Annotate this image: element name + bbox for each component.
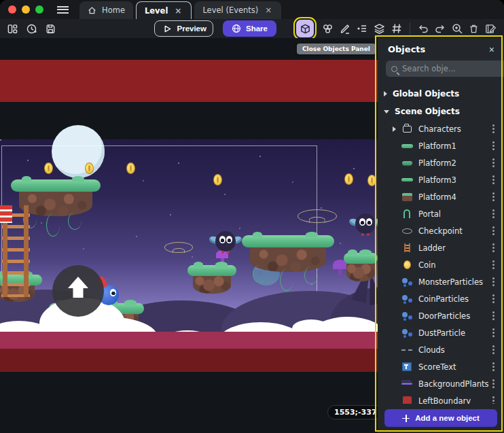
monster-instance[interactable] xyxy=(211,230,240,256)
tab-level[interactable]: Level × xyxy=(136,1,192,19)
platform-thumbnail-icon xyxy=(402,161,412,165)
minimize-window-button[interactable] xyxy=(22,5,30,14)
object-item-platform4[interactable]: Platform4 xyxy=(378,188,504,205)
preview-button-group: Preview xyxy=(154,20,213,37)
section-global-objects[interactable]: Global Objects xyxy=(378,85,504,103)
item-menu-icon[interactable] xyxy=(492,298,494,300)
toolbar-separator xyxy=(410,22,410,35)
platform-instance[interactable] xyxy=(187,265,236,294)
layers-icon[interactable] xyxy=(372,22,386,36)
item-menu-icon[interactable] xyxy=(492,281,494,283)
panel-title: Objects xyxy=(388,44,425,54)
item-menu-icon[interactable] xyxy=(492,264,494,266)
tab-label: Level xyxy=(145,6,168,16)
jump-button-overlay[interactable] xyxy=(52,265,104,317)
object-item-platform1[interactable]: Platform1 xyxy=(378,137,504,154)
panels-icon[interactable] xyxy=(6,22,19,35)
bottom-boundary-instance[interactable] xyxy=(0,332,378,349)
coin-instance[interactable] xyxy=(344,173,353,185)
home-icon xyxy=(88,6,96,15)
object-item-leftboundary[interactable]: LeftBoundary xyxy=(378,392,504,404)
object-item-checkpoint[interactable]: Checkpoint xyxy=(378,222,504,239)
tab-level-events[interactable]: Level (Events) × xyxy=(194,1,281,19)
item-menu-icon[interactable] xyxy=(492,247,494,249)
item-menu-icon[interactable] xyxy=(492,400,494,402)
object-item-backgroundplants[interactable]: BackgroundPlants xyxy=(378,375,504,392)
coin-instance[interactable] xyxy=(85,162,94,174)
caret-right-icon xyxy=(393,126,396,132)
item-menu-icon[interactable] xyxy=(492,383,494,385)
item-menu-icon[interactable] xyxy=(492,315,494,317)
add-new-object-button[interactable]: Add a new object xyxy=(384,409,497,427)
object-item-scoretext[interactable]: ScoreText xyxy=(378,358,504,375)
edit-scene-icon[interactable] xyxy=(484,22,498,36)
app-window: Home Level × Level (Events) × xyxy=(0,0,504,433)
objects-panel: Objects × Global Objects Scene Objects xyxy=(378,38,504,433)
caret-down-icon xyxy=(384,110,389,114)
close-window-button[interactable] xyxy=(8,5,16,14)
cursor-coordinates-badge: 1553;-337 xyxy=(327,405,378,419)
save-icon[interactable] xyxy=(44,22,57,35)
platform-thumbnail-icon xyxy=(401,144,413,148)
item-menu-icon[interactable] xyxy=(492,230,494,232)
scene-editor-canvas[interactable]: 1553;-337 Close Objects Panel xyxy=(0,38,378,433)
checkpoint-instance[interactable] xyxy=(298,209,337,223)
history-icon[interactable] xyxy=(25,22,38,35)
objects-cube-icon[interactable] xyxy=(296,20,314,37)
monster-instance[interactable] xyxy=(350,212,378,238)
instances-list-icon[interactable] xyxy=(355,22,369,35)
coin-instance[interactable] xyxy=(367,175,376,186)
object-item-doorparticles[interactable]: DoorParticles xyxy=(378,307,504,324)
tooltip: Close Objects Panel xyxy=(297,44,376,54)
item-menu-icon[interactable] xyxy=(492,128,494,130)
item-menu-icon[interactable] xyxy=(492,213,494,215)
bottom-ground-instance[interactable] xyxy=(0,349,378,372)
item-menu-icon[interactable] xyxy=(492,162,494,164)
coin-instance[interactable] xyxy=(126,162,135,174)
object-item-characters[interactable]: Characters xyxy=(378,120,504,137)
object-groups-icon[interactable] xyxy=(321,22,335,36)
tab-close-icon[interactable]: × xyxy=(264,5,273,15)
edit-pencil-icon[interactable] xyxy=(338,22,352,35)
preview-button[interactable]: Preview xyxy=(155,21,213,36)
tab-label: Level (Events) xyxy=(202,5,258,15)
search-box[interactable] xyxy=(386,60,504,77)
grid-icon[interactable] xyxy=(390,22,403,35)
object-item-monsterparticles[interactable]: MonsterParticles xyxy=(378,273,504,290)
share-button[interactable]: Share xyxy=(223,20,276,37)
platform-instance[interactable] xyxy=(242,235,334,272)
platform-instance[interactable] xyxy=(344,253,378,281)
toolbar: Preview Share xyxy=(0,19,504,38)
object-item-coin[interactable]: Coin xyxy=(378,256,504,273)
striped-pole[interactable] xyxy=(0,205,12,223)
item-menu-icon[interactable] xyxy=(492,179,494,181)
object-item-portal[interactable]: Portal xyxy=(378,205,504,222)
maximize-window-button[interactable] xyxy=(35,5,43,14)
object-item-dustparticle[interactable]: DustParticle xyxy=(378,324,504,341)
item-menu-icon[interactable] xyxy=(492,145,494,147)
trash-icon[interactable] xyxy=(467,22,480,35)
tab-home[interactable]: Home xyxy=(79,1,133,19)
checkpoint-instance[interactable] xyxy=(164,242,193,253)
object-item-ladder[interactable]: Ladder xyxy=(378,239,504,256)
item-menu-icon[interactable] xyxy=(492,196,494,198)
redo-icon[interactable] xyxy=(433,22,447,35)
object-item-platform2[interactable]: Platform2 xyxy=(378,154,504,171)
section-scene-objects[interactable]: Scene Objects xyxy=(378,103,504,120)
coin-instance[interactable] xyxy=(213,174,222,186)
item-menu-icon[interactable] xyxy=(492,332,494,334)
undo-icon[interactable] xyxy=(416,22,430,35)
zoom-in-icon[interactable] xyxy=(450,22,464,35)
coin-instance[interactable] xyxy=(44,162,53,174)
object-item-coinparticles[interactable]: CoinParticles xyxy=(378,290,504,307)
item-menu-icon[interactable] xyxy=(492,366,494,368)
close-panel-icon[interactable]: × xyxy=(489,45,494,54)
search-input[interactable] xyxy=(402,64,501,73)
item-menu-icon[interactable] xyxy=(492,349,494,351)
main-menu-icon[interactable] xyxy=(57,6,69,14)
object-item-platform3[interactable]: Platform3 xyxy=(378,171,504,188)
object-item-clouds[interactable]: Clouds xyxy=(378,341,504,358)
top-boundary-instance[interactable] xyxy=(0,60,378,102)
particles-icon xyxy=(402,311,412,321)
tab-close-icon[interactable]: × xyxy=(173,6,183,16)
